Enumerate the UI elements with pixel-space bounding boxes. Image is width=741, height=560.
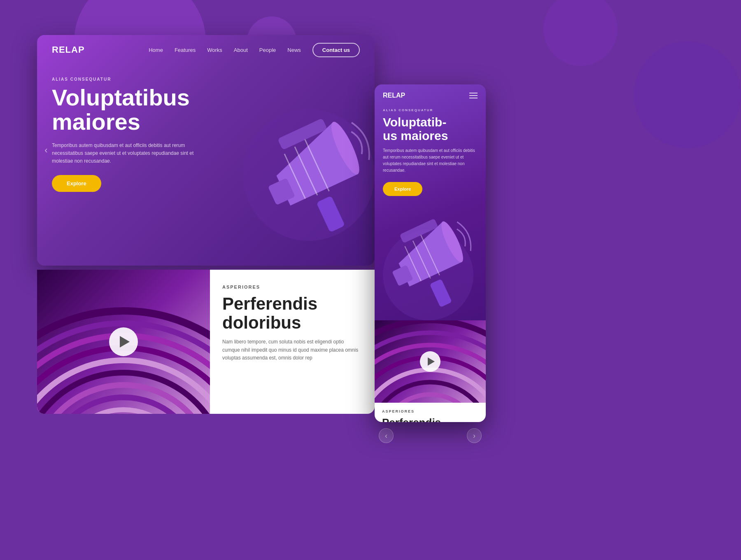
bg-blob-3 (634, 41, 741, 148)
hero-title: Voluptatibus maiores (52, 86, 360, 134)
mobile-bottom-section: ASPERIORES Perferendis doloribus (375, 320, 486, 422)
mobile-prev-arrow[interactable]: ‹ (379, 428, 394, 443)
mobile-hero-description: Temporibus autem quibusdam et aut offici… (383, 147, 478, 174)
hamburger-line-1 (469, 93, 478, 93)
mobile-next-arrow[interactable]: › (467, 428, 482, 443)
mobile-explore-button[interactable]: Explore (383, 182, 422, 196)
nav-item-home[interactable]: Home (149, 46, 163, 54)
hamburger-line-2 (469, 95, 478, 96)
nav-item-works[interactable]: Works (207, 46, 222, 54)
mobile-card: RELAP ALIAS CONSEQUATUR Voluptatib- us m… (375, 84, 486, 422)
mobile-megaphone-svg (379, 205, 482, 320)
mobile-hero-title: Voluptatib- us maiores (383, 115, 478, 142)
mobile-megaphone-area (375, 205, 486, 320)
mobile-title-line1: Voluptatib- (383, 115, 446, 129)
svg-rect-0 (316, 196, 345, 232)
bottom-section: ASPERIORES Perferendis doloribus Nam lib… (37, 270, 375, 414)
mobile-bottom-tag: ASPERIORES (382, 409, 478, 413)
mobile-nav: RELAP (375, 84, 486, 103)
mobile-bottom-title: Perferendis doloribus (382, 417, 478, 422)
mobile-title-line2: us maiores (383, 129, 448, 142)
nav-link-people[interactable]: People (259, 47, 276, 53)
mobile-bottom-title-line1: Perferendis (382, 416, 441, 422)
play-button[interactable] (109, 327, 138, 356)
explore-button[interactable]: Explore (52, 175, 101, 192)
hamburger-line-3 (469, 98, 478, 98)
mobile-bottom-image (375, 320, 486, 403)
nav-item-features[interactable]: Features (175, 46, 196, 54)
nav-item-people[interactable]: People (259, 46, 276, 54)
desktop-card: RELAP Home Features Works About People N… (37, 35, 375, 266)
nav-link-home[interactable]: Home (149, 47, 163, 53)
mobile-next-icon: › (473, 432, 475, 440)
bottom-title-line1: Perferendis (222, 294, 317, 313)
bottom-text: ASPERIORES Perferendis doloribus Nam lib… (210, 270, 375, 414)
hero-title-line1: Voluptatibus (52, 84, 190, 110)
svg-rect-9 (430, 279, 452, 308)
contact-button[interactable]: Contact us (312, 43, 360, 57)
desktop-nav: RELAP Home Features Works About People N… (37, 35, 375, 65)
bottom-title-line2: doloribus (222, 313, 301, 332)
hero-description: Temporibus autem quibusdam et aut offici… (52, 142, 208, 166)
prev-arrow[interactable]: ‹ (40, 144, 53, 157)
nav-link-about[interactable]: About (234, 47, 248, 53)
bg-blob-2 (543, 0, 618, 66)
nav-link-news[interactable]: News (287, 47, 301, 53)
hero-tag: ALIAS CONSEQUATUR (52, 77, 360, 82)
mobile-nav-arrows: ‹ › (375, 428, 486, 443)
hamburger-menu[interactable] (469, 93, 478, 98)
bottom-tag: ASPERIORES (222, 285, 362, 289)
mobile-bottom-text: ASPERIORES Perferendis doloribus (375, 403, 486, 422)
nav-item-news[interactable]: News (287, 46, 301, 54)
nav-item-contact[interactable]: Contact us (312, 43, 360, 57)
bottom-image (37, 270, 210, 414)
nav-logo: RELAP (52, 44, 85, 55)
hero-section: ALIAS CONSEQUATUR Voluptatibus maiores T… (37, 65, 375, 192)
mobile-hero-section: ALIAS CONSEQUATUR Voluptatib- us maiores… (375, 103, 486, 201)
nav-links: Home Features Works About People News Co… (149, 43, 360, 57)
mobile-play-button[interactable] (420, 351, 440, 372)
mobile-prev-icon: ‹ (385, 432, 387, 440)
bottom-description: Nam libero tempore, cum soluta nobis est… (222, 338, 362, 362)
prev-arrow-icon: ‹ (44, 145, 47, 156)
bottom-title: Perferendis doloribus (222, 294, 362, 332)
mobile-hero-tag: ALIAS CONSEQUATUR (383, 108, 478, 112)
nav-link-works[interactable]: Works (207, 47, 222, 53)
mobile-logo: RELAP (383, 92, 405, 99)
nav-link-features[interactable]: Features (175, 47, 196, 53)
hero-title-line2: maiores (52, 109, 140, 135)
nav-item-about[interactable]: About (234, 46, 248, 54)
